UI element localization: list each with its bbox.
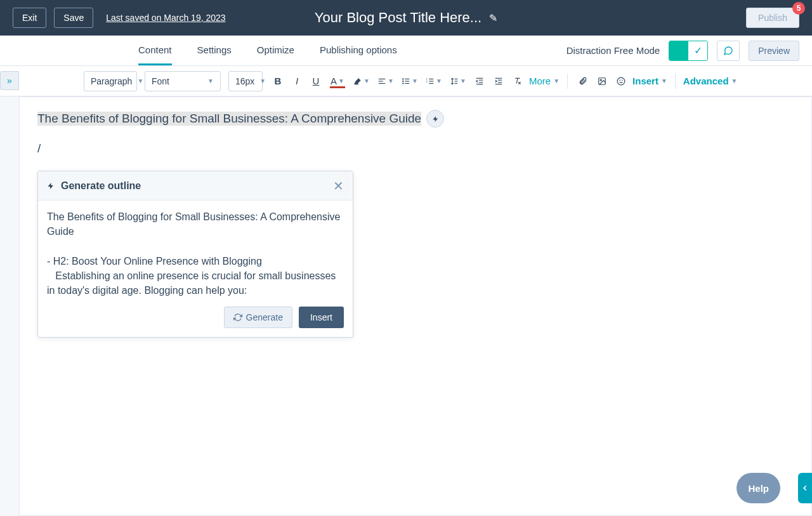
svg-point-31 [620, 79, 620, 80]
svg-point-3 [403, 78, 403, 79]
insert-outline-button[interactable]: Insert [299, 307, 344, 328]
svg-text:2: 2 [426, 79, 428, 83]
distraction-free-label: Distraction Free Mode [566, 45, 660, 56]
outdent-icon [475, 77, 484, 86]
close-panel-button[interactable]: ✕ [333, 178, 344, 194]
font-dropdown[interactable]: Font ▼ [145, 71, 221, 91]
clear-formatting-button[interactable] [510, 72, 525, 90]
chevron-down-icon: ▼ [661, 77, 667, 84]
publish-label: Publish [758, 13, 787, 23]
font-label: Font [152, 76, 169, 86]
chevron-left-icon [801, 484, 809, 493]
page-title[interactable]: Your Blog Post Title Here... [315, 10, 481, 26]
emoji-icon [617, 77, 625, 86]
paragraph-dropdown[interactable]: Paragraph ▼ [84, 71, 137, 91]
expand-panel-button[interactable]: » [0, 71, 19, 90]
advanced-label: Advanced [683, 76, 729, 86]
chevron-down-icon: ▼ [388, 77, 394, 84]
svg-point-29 [600, 79, 601, 81]
bolt-icon [47, 182, 55, 190]
format-group: B I U A ▼ ▼ ▼ ▼ 12 ▼ ▼ [270, 72, 560, 90]
font-size-dropdown[interactable]: 16px ▼ [228, 71, 263, 91]
attachment-button[interactable] [575, 72, 591, 90]
chevron-down-icon: ▼ [137, 77, 143, 84]
tab-settings[interactable]: Settings [197, 36, 232, 65]
chevron-down-icon: ▼ [338, 77, 344, 84]
indent-button[interactable] [491, 72, 506, 90]
bullet-list-button[interactable]: ▼ [400, 72, 420, 90]
outline-h2-text: - H2: Boost Your Online Presence with Bl… [47, 254, 344, 268]
bolt-icon [432, 116, 439, 122]
chevron-down-icon: ▼ [436, 77, 442, 84]
panel-header: Generate outline ✕ [38, 171, 353, 201]
chevron-down-icon: ▼ [207, 77, 214, 84]
ai-bolt-chip[interactable] [426, 110, 444, 128]
emoji-button[interactable] [613, 72, 629, 90]
chat-icon [723, 46, 733, 56]
tab-optimize[interactable]: Optimize [257, 36, 294, 65]
highlight-color-button[interactable]: ▼ [351, 72, 372, 90]
tabs-right-group: Distraction Free Mode ✓ Preview [566, 41, 799, 61]
highlighter-icon [353, 77, 362, 86]
tabs-group: Content Settings Optimize Publishing opt… [138, 36, 397, 65]
bold-button[interactable]: B [270, 72, 285, 90]
svg-point-5 [403, 83, 403, 83]
save-button[interactable]: Save [54, 8, 93, 28]
publish-button[interactable]: Publish 5 [746, 8, 799, 28]
italic-button[interactable]: I [289, 72, 304, 90]
align-button[interactable]: ▼ [376, 72, 396, 90]
bullet-list-icon [402, 77, 410, 86]
line-height-button[interactable]: ▼ [448, 72, 468, 90]
underline-button[interactable]: U [308, 72, 324, 90]
toggle-off-check-icon: ✓ [688, 41, 707, 60]
insert-group: Insert ▼ [575, 72, 667, 90]
distraction-free-toggle[interactable]: ✓ [669, 41, 708, 61]
tab-publishing-options[interactable]: Publishing options [320, 36, 397, 65]
generate-button[interactable]: Generate [224, 307, 292, 328]
panel-footer: Generate Insert [38, 307, 353, 337]
slash-command-trigger[interactable]: / [37, 142, 794, 155]
chevron-down-icon: ▼ [731, 77, 738, 84]
edit-title-icon[interactable]: ✎ [489, 12, 497, 24]
top-bar: Exit Save Last saved on March 19, 2023 Y… [0, 0, 812, 36]
separator [567, 74, 568, 89]
attachment-icon [579, 77, 587, 86]
editor-toolbar: » Paragraph ▼ Font ▼ 16px ▼ B I U A ▼ ▼ … [0, 66, 812, 96]
toolbar-inner: Paragraph ▼ Font ▼ 16px ▼ B I U A ▼ ▼ ▼ [84, 71, 737, 91]
clear-format-icon [513, 77, 522, 86]
indent-icon [494, 77, 503, 86]
publish-badge: 5 [792, 2, 805, 15]
more-dropdown[interactable]: More ▼ [529, 76, 560, 86]
drawer-toggle-button[interactable] [798, 473, 812, 503]
advanced-dropdown[interactable]: Advanced ▼ [683, 76, 738, 86]
toggle-on [669, 41, 688, 60]
generate-outline-panel: Generate outline ✕ The Benefits of Blogg… [37, 171, 353, 338]
separator [675, 74, 676, 89]
tab-content[interactable]: Content [138, 36, 172, 65]
font-size-label: 16px [235, 76, 254, 86]
last-saved-link[interactable]: Last saved on March 19, 2023 [106, 13, 225, 23]
post-heading[interactable]: The Benefits of Blogging for Small Busin… [37, 112, 421, 126]
svg-point-30 [617, 77, 625, 85]
exit-button[interactable]: Exit [13, 8, 46, 28]
outline-paragraph-text: Establishing an online presence is cruci… [47, 268, 344, 298]
generate-label: Generate [246, 312, 283, 322]
text-color-button[interactable]: A ▼ [327, 72, 348, 90]
preview-button[interactable]: Preview [749, 41, 799, 61]
svg-point-4 [403, 81, 403, 81]
image-icon [598, 77, 606, 86]
panel-body: The Benefits of Blogging for Small Busin… [38, 201, 353, 307]
insert-label: Insert [632, 76, 658, 86]
numbered-list-button[interactable]: 12 ▼ [424, 72, 444, 90]
line-height-icon [450, 77, 459, 86]
editor-content-area[interactable]: The Benefits of Blogging for Small Busin… [19, 96, 812, 516]
help-button[interactable]: Help [737, 473, 780, 503]
comments-button[interactable] [717, 41, 740, 61]
outdent-button[interactable] [472, 72, 487, 90]
svg-point-32 [622, 79, 623, 80]
insert-dropdown[interactable]: Insert ▼ [632, 76, 667, 86]
image-button[interactable] [594, 72, 610, 90]
paragraph-label: Paragraph [91, 76, 132, 86]
align-left-icon [377, 77, 386, 86]
more-label: More [529, 76, 551, 86]
